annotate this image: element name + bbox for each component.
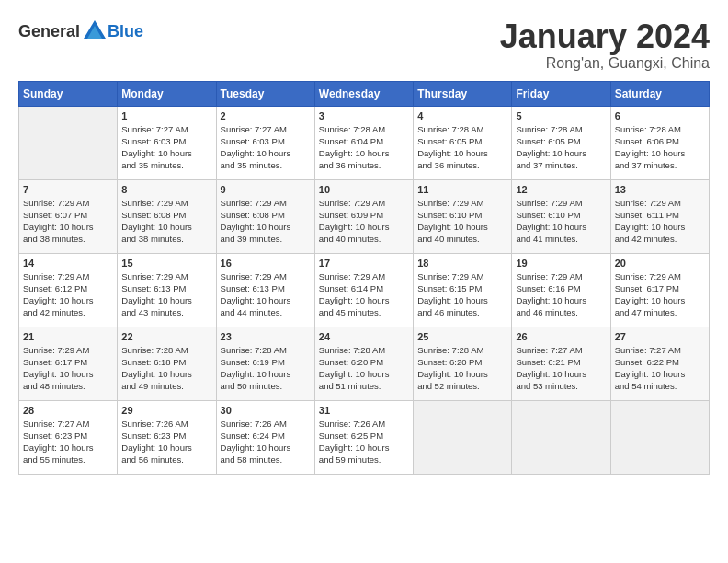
day-number: 29 (121, 405, 211, 416)
calendar-day-cell: 31Sunrise: 7:26 AMSunset: 6:25 PMDayligh… (314, 400, 413, 474)
calendar-day-cell: 3Sunrise: 7:28 AMSunset: 6:04 PMDaylight… (314, 106, 413, 179)
day-info: Sunrise: 7:29 AMSunset: 6:13 PMDaylight:… (121, 270, 211, 319)
calendar-day-cell: 13Sunrise: 7:29 AMSunset: 6:11 PMDayligh… (610, 179, 709, 253)
logo-icon (82, 18, 108, 44)
day-number: 25 (417, 331, 507, 342)
day-info: Sunrise: 7:28 AMSunset: 6:05 PMDaylight:… (516, 123, 606, 172)
calendar-day-cell: 30Sunrise: 7:26 AMSunset: 6:24 PMDayligh… (216, 400, 314, 474)
day-info: Sunrise: 7:29 AMSunset: 6:10 PMDaylight:… (417, 197, 507, 246)
day-info: Sunrise: 7:27 AMSunset: 6:22 PMDaylight:… (615, 344, 705, 393)
day-info: Sunrise: 7:29 AMSunset: 6:07 PMDaylight:… (23, 197, 113, 246)
calendar-day-cell: 11Sunrise: 7:29 AMSunset: 6:10 PMDayligh… (414, 179, 512, 253)
calendar-day-cell: 23Sunrise: 7:28 AMSunset: 6:19 PMDayligh… (216, 327, 314, 400)
calendar-day-cell (414, 400, 512, 474)
day-number: 2 (221, 110, 311, 121)
calendar-day-cell: 16Sunrise: 7:29 AMSunset: 6:13 PMDayligh… (216, 253, 314, 327)
calendar-day-cell: 22Sunrise: 7:28 AMSunset: 6:18 PMDayligh… (118, 327, 216, 400)
day-number: 14 (23, 258, 113, 269)
page-header: General Blue January 2024 Rong'an, Guang… (18, 18, 710, 72)
calendar-header-cell: Sunday (19, 81, 118, 106)
day-info: Sunrise: 7:29 AMSunset: 6:12 PMDaylight:… (23, 270, 113, 319)
calendar-day-cell: 14Sunrise: 7:29 AMSunset: 6:12 PMDayligh… (19, 253, 118, 327)
day-number: 9 (221, 184, 311, 195)
day-number: 10 (319, 184, 409, 195)
calendar-day-cell: 4Sunrise: 7:28 AMSunset: 6:05 PMDaylight… (414, 106, 512, 179)
calendar-day-cell: 17Sunrise: 7:29 AMSunset: 6:14 PMDayligh… (314, 253, 413, 327)
day-info: Sunrise: 7:29 AMSunset: 6:16 PMDaylight:… (516, 270, 606, 319)
day-info: Sunrise: 7:28 AMSunset: 6:05 PMDaylight:… (417, 123, 507, 172)
day-number: 6 (615, 110, 705, 121)
day-number: 13 (615, 184, 705, 195)
day-info: Sunrise: 7:29 AMSunset: 6:14 PMDaylight:… (319, 270, 409, 319)
calendar-header-cell: Friday (512, 81, 610, 106)
title-area: January 2024 Rong'an, Guangxi, China (500, 18, 710, 72)
day-info: Sunrise: 7:27 AMSunset: 6:23 PMDaylight:… (23, 418, 113, 466)
calendar-day-cell (512, 400, 610, 474)
day-number: 31 (319, 405, 409, 416)
day-info: Sunrise: 7:27 AMSunset: 6:21 PMDaylight:… (516, 344, 606, 393)
day-number: 28 (23, 405, 113, 416)
day-info: Sunrise: 7:26 AMSunset: 6:25 PMDaylight:… (319, 418, 409, 466)
day-info: Sunrise: 7:29 AMSunset: 6:15 PMDaylight:… (417, 270, 507, 319)
day-number: 15 (121, 258, 211, 269)
day-number: 3 (319, 110, 409, 121)
calendar-day-cell: 20Sunrise: 7:29 AMSunset: 6:17 PMDayligh… (610, 253, 709, 327)
day-info: Sunrise: 7:28 AMSunset: 6:04 PMDaylight:… (319, 123, 409, 172)
calendar-day-cell: 29Sunrise: 7:26 AMSunset: 6:23 PMDayligh… (118, 400, 216, 474)
day-info: Sunrise: 7:29 AMSunset: 6:08 PMDaylight:… (121, 197, 211, 246)
calendar-day-cell: 28Sunrise: 7:27 AMSunset: 6:23 PMDayligh… (19, 400, 118, 474)
day-number: 30 (221, 405, 311, 416)
day-info: Sunrise: 7:29 AMSunset: 6:11 PMDaylight:… (615, 197, 705, 246)
day-number: 1 (121, 110, 211, 121)
calendar-header-cell: Monday (118, 81, 216, 106)
day-number: 20 (615, 258, 705, 269)
calendar-header-cell: Thursday (414, 81, 512, 106)
calendar-week-row: 28Sunrise: 7:27 AMSunset: 6:23 PMDayligh… (19, 400, 710, 474)
day-number: 22 (121, 331, 211, 342)
day-info: Sunrise: 7:28 AMSunset: 6:20 PMDaylight:… (417, 344, 507, 393)
calendar-day-cell: 9Sunrise: 7:29 AMSunset: 6:08 PMDaylight… (216, 179, 314, 253)
calendar-day-cell: 24Sunrise: 7:28 AMSunset: 6:20 PMDayligh… (314, 327, 413, 400)
calendar-table: SundayMondayTuesdayWednesdayThursdayFrid… (18, 81, 710, 475)
day-number: 4 (417, 110, 507, 121)
calendar-week-row: 7Sunrise: 7:29 AMSunset: 6:07 PMDaylight… (19, 179, 710, 253)
day-info: Sunrise: 7:28 AMSunset: 6:06 PMDaylight:… (615, 123, 705, 172)
day-info: Sunrise: 7:27 AMSunset: 6:03 PMDaylight:… (121, 123, 211, 172)
calendar-day-cell: 21Sunrise: 7:29 AMSunset: 6:17 PMDayligh… (19, 327, 118, 400)
calendar-day-cell: 12Sunrise: 7:29 AMSunset: 6:10 PMDayligh… (512, 179, 610, 253)
day-number: 18 (417, 258, 507, 269)
calendar-day-cell: 7Sunrise: 7:29 AMSunset: 6:07 PMDaylight… (19, 179, 118, 253)
calendar-week-row: 21Sunrise: 7:29 AMSunset: 6:17 PMDayligh… (19, 327, 710, 400)
day-info: Sunrise: 7:29 AMSunset: 6:10 PMDaylight:… (516, 197, 606, 246)
day-info: Sunrise: 7:26 AMSunset: 6:23 PMDaylight:… (121, 418, 211, 466)
day-info: Sunrise: 7:29 AMSunset: 6:13 PMDaylight:… (221, 270, 311, 319)
day-info: Sunrise: 7:29 AMSunset: 6:17 PMDaylight:… (615, 270, 705, 319)
day-number: 27 (615, 331, 705, 342)
calendar-day-cell: 5Sunrise: 7:28 AMSunset: 6:05 PMDaylight… (512, 106, 610, 179)
day-info: Sunrise: 7:28 AMSunset: 6:18 PMDaylight:… (121, 344, 211, 393)
calendar-header-row: SundayMondayTuesdayWednesdayThursdayFrid… (19, 81, 710, 106)
calendar-week-row: 1Sunrise: 7:27 AMSunset: 6:03 PMDaylight… (19, 106, 710, 179)
calendar-day-cell (19, 106, 118, 179)
day-info: Sunrise: 7:27 AMSunset: 6:03 PMDaylight:… (221, 123, 311, 172)
day-info: Sunrise: 7:29 AMSunset: 6:17 PMDaylight:… (23, 344, 113, 393)
calendar-day-cell: 1Sunrise: 7:27 AMSunset: 6:03 PMDaylight… (118, 106, 216, 179)
logo-text-blue: Blue (108, 22, 143, 41)
day-info: Sunrise: 7:26 AMSunset: 6:24 PMDaylight:… (221, 418, 311, 466)
day-number: 21 (23, 331, 113, 342)
day-number: 24 (319, 331, 409, 342)
calendar-day-cell: 2Sunrise: 7:27 AMSunset: 6:03 PMDaylight… (216, 106, 314, 179)
day-number: 12 (516, 184, 606, 195)
day-number: 8 (121, 184, 211, 195)
day-info: Sunrise: 7:28 AMSunset: 6:20 PMDaylight:… (319, 344, 409, 393)
calendar-body: 1Sunrise: 7:27 AMSunset: 6:03 PMDaylight… (19, 106, 710, 474)
calendar-day-cell: 25Sunrise: 7:28 AMSunset: 6:20 PMDayligh… (414, 327, 512, 400)
day-info: Sunrise: 7:29 AMSunset: 6:08 PMDaylight:… (221, 197, 311, 246)
month-title: January 2024 (500, 18, 710, 55)
logo-text-general: General (18, 22, 80, 41)
calendar-day-cell: 19Sunrise: 7:29 AMSunset: 6:16 PMDayligh… (512, 253, 610, 327)
day-number: 19 (516, 258, 606, 269)
day-number: 23 (221, 331, 311, 342)
location: Rong'an, Guangxi, China (500, 55, 710, 72)
calendar-day-cell: 27Sunrise: 7:27 AMSunset: 6:22 PMDayligh… (610, 327, 709, 400)
